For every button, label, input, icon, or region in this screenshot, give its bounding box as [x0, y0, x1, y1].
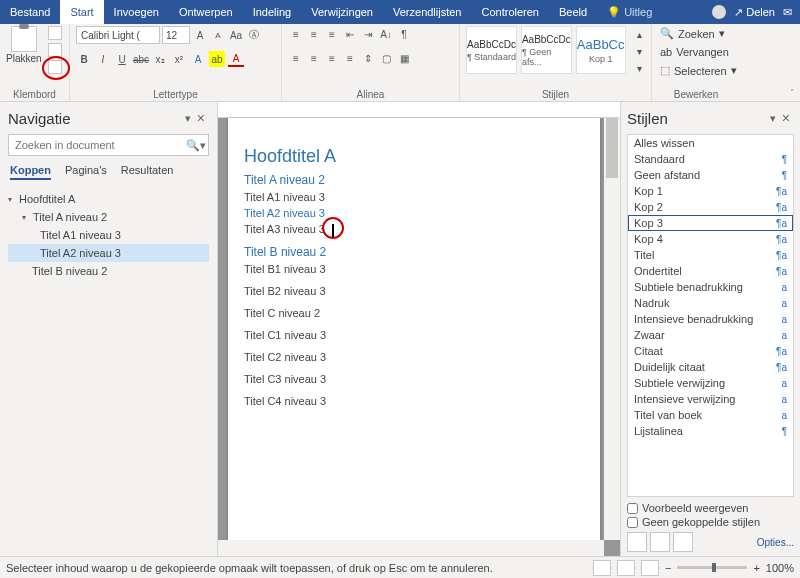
- preview-checkbox[interactable]: Voorbeeld weergeven: [627, 502, 794, 514]
- copy-icon[interactable]: [48, 43, 62, 57]
- style-row[interactable]: Zwaara: [628, 327, 793, 343]
- line-spacing-button[interactable]: ⇕: [360, 50, 376, 66]
- heading-3[interactable]: Titel B1 niveau 3: [244, 263, 584, 275]
- nav-tab-results[interactable]: Resultaten: [121, 164, 174, 180]
- style-row[interactable]: Ondertitel¶a: [628, 263, 793, 279]
- style-row[interactable]: Titel van boeka: [628, 407, 793, 423]
- tree-node[interactable]: Titel A1 niveau 3: [8, 226, 209, 244]
- style-row[interactable]: Lijstalinea¶: [628, 423, 793, 439]
- styles-down-icon[interactable]: ▾: [632, 43, 648, 59]
- heading-3[interactable]: Titel C4 niveau 3: [244, 395, 584, 407]
- heading-1[interactable]: Hoofdtitel A: [244, 146, 584, 167]
- share-button[interactable]: ↗ Delen: [734, 6, 775, 19]
- vertical-scrollbar[interactable]: [604, 118, 620, 540]
- heading-2[interactable]: Titel B niveau 2: [244, 245, 584, 259]
- tab-references[interactable]: Verwijzingen: [301, 0, 383, 24]
- tab-layout[interactable]: Indeling: [243, 0, 302, 24]
- strike-button[interactable]: abc: [133, 51, 149, 67]
- zoom-slider[interactable]: [677, 566, 747, 569]
- style-row[interactable]: Intensieve benadrukkinga: [628, 311, 793, 327]
- ruler[interactable]: [218, 102, 620, 118]
- borders-button[interactable]: ▦: [396, 50, 412, 66]
- tree-node[interactable]: ▾Hoofdtitel A: [8, 190, 209, 208]
- indent-button[interactable]: ⇥: [360, 26, 376, 42]
- align-center-button[interactable]: ≡: [306, 50, 322, 66]
- style-row[interactable]: Standaard¶: [628, 151, 793, 167]
- show-marks-button[interactable]: ¶: [396, 26, 412, 42]
- cut-icon[interactable]: [48, 26, 62, 40]
- heading-3[interactable]: Titel B2 niveau 3: [244, 285, 584, 297]
- style-row[interactable]: Kop 4¶a: [628, 231, 793, 247]
- nav-search-input[interactable]: [9, 135, 184, 155]
- text-effects-button[interactable]: A: [190, 51, 206, 67]
- tree-node[interactable]: ▾Titel A niveau 2: [8, 208, 209, 226]
- nav-tab-pages[interactable]: Pagina's: [65, 164, 107, 180]
- nav-tab-headings[interactable]: Koppen: [10, 164, 51, 180]
- grow-font-button[interactable]: A: [192, 27, 208, 43]
- styles-up-icon[interactable]: ▴: [632, 26, 648, 42]
- manage-styles-icon[interactable]: [673, 532, 693, 552]
- scroll-thumb[interactable]: [606, 118, 618, 178]
- numbering-button[interactable]: ≡: [306, 26, 322, 42]
- bold-button[interactable]: B: [76, 51, 92, 67]
- heading-3[interactable]: Titel A3 niveau 3: [244, 223, 584, 235]
- style-row[interactable]: Geen afstand¶: [628, 167, 793, 183]
- tab-mailings[interactable]: Verzendlijsten: [383, 0, 472, 24]
- tab-start[interactable]: Start: [60, 0, 103, 24]
- style-row[interactable]: Duidelijk citaat¶a: [628, 359, 793, 375]
- collapse-ribbon-icon[interactable]: ˄: [786, 87, 798, 99]
- styles-options-link[interactable]: Opties...: [757, 537, 794, 548]
- tab-help[interactable]: 💡 Uitleg: [597, 0, 662, 24]
- heading-3[interactable]: Titel C3 niveau 3: [244, 373, 584, 385]
- view-read-icon[interactable]: [593, 560, 611, 576]
- heading-3[interactable]: Titel C niveau 2: [244, 307, 584, 319]
- underline-button[interactable]: U: [114, 51, 130, 67]
- styles-expand-icon[interactable]: ▾: [632, 60, 648, 76]
- select-button[interactable]: ⬚ Selecteren ▾: [658, 63, 739, 78]
- styles-close-icon[interactable]: ×: [778, 108, 794, 128]
- font-name-select[interactable]: Calibri Light (: [76, 26, 160, 44]
- style-row[interactable]: Subtiele benadrukkinga: [628, 279, 793, 295]
- superscript-button[interactable]: x²: [171, 51, 187, 67]
- tab-file[interactable]: Bestand: [0, 0, 60, 24]
- heading-3[interactable]: Titel A1 niveau 3: [244, 191, 584, 203]
- find-button[interactable]: 🔍 Zoeken ▾: [658, 26, 727, 41]
- style-inspector-icon[interactable]: [650, 532, 670, 552]
- heading-3[interactable]: Titel C1 niveau 3: [244, 329, 584, 341]
- align-right-button[interactable]: ≡: [324, 50, 340, 66]
- style-nospacing[interactable]: AaBbCcDc¶ Geen afs...: [521, 26, 572, 74]
- tab-review[interactable]: Controleren: [472, 0, 549, 24]
- styles-menu-icon[interactable]: ▾: [768, 110, 778, 127]
- subscript-button[interactable]: x₂: [152, 51, 168, 67]
- search-icon[interactable]: 🔍▾: [184, 135, 208, 155]
- style-row[interactable]: Subtiele verwijzinga: [628, 375, 793, 391]
- view-web-icon[interactable]: [641, 560, 659, 576]
- multilevel-button[interactable]: ≡: [324, 26, 340, 42]
- style-row[interactable]: Kop 3¶a: [628, 215, 793, 231]
- style-row[interactable]: Nadruka: [628, 295, 793, 311]
- nav-search[interactable]: 🔍▾: [8, 134, 209, 156]
- format-painter-icon[interactable]: [48, 60, 62, 74]
- bullets-button[interactable]: ≡: [288, 26, 304, 42]
- user-avatar-icon[interactable]: [712, 5, 726, 19]
- outdent-button[interactable]: ⇤: [342, 26, 358, 42]
- font-color-button[interactable]: A: [228, 51, 244, 67]
- style-row[interactable]: Intensieve verwijzinga: [628, 391, 793, 407]
- page[interactable]: Hoofdtitel A Titel A niveau 2 Titel A1 n…: [228, 118, 600, 556]
- zoom-in-icon[interactable]: +: [753, 562, 759, 574]
- tab-view[interactable]: Beeld: [549, 0, 597, 24]
- zoom-value[interactable]: 100%: [766, 562, 794, 574]
- style-standard[interactable]: AaBbCcDc¶ Standaard: [466, 26, 517, 74]
- font-size-select[interactable]: 12: [162, 26, 190, 44]
- tab-design[interactable]: Ontwerpen: [169, 0, 243, 24]
- nav-close-icon[interactable]: ×: [193, 108, 209, 128]
- shrink-font-button[interactable]: A: [210, 27, 226, 43]
- paste-button[interactable]: Plakken: [6, 26, 42, 64]
- style-kop1[interactable]: AaBbCcKop 1: [576, 26, 626, 74]
- nav-menu-icon[interactable]: ▾: [183, 110, 193, 127]
- italic-button[interactable]: I: [95, 51, 111, 67]
- change-case-button[interactable]: Aa: [228, 27, 244, 43]
- clear-format-button[interactable]: Ⓐ: [246, 27, 262, 43]
- linked-checkbox[interactable]: Geen gekoppelde stijlen: [627, 516, 794, 528]
- style-row[interactable]: Titel¶a: [628, 247, 793, 263]
